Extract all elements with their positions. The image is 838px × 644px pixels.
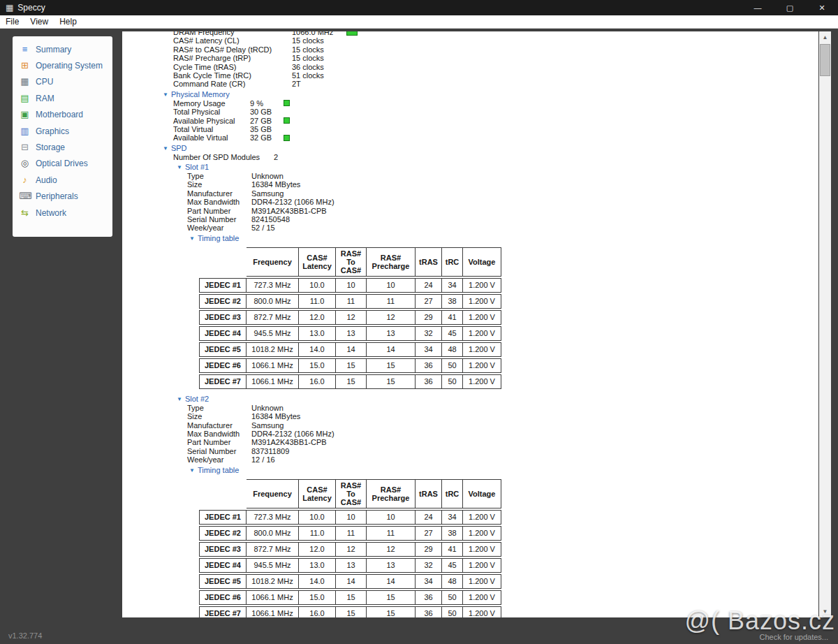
sidebar-item-ram[interactable]: ▤RAM	[13, 90, 112, 106]
column-header: Frequency	[247, 479, 299, 508]
menu-help[interactable]: Help	[54, 15, 82, 28]
info-value: 824150548	[251, 215, 290, 224]
section-header-timing-table-1[interactable]: ▼Timing table	[122, 234, 818, 243]
section-header-slot-2[interactable]: ▼Slot #2	[122, 395, 818, 404]
info-row: Serial Number824150548	[122, 215, 818, 224]
table-row: JEDEC #61066.1 MHz15.0151536501.200 V	[199, 358, 501, 373]
value-cell: 1.200 V	[463, 606, 501, 617]
value-cell: 1.200 V	[463, 278, 501, 293]
section-header-spd[interactable]: ▼SPD	[122, 144, 818, 153]
info-row: Number Of SPD Modules2	[122, 153, 818, 161]
value-cell: 45	[442, 558, 463, 573]
value-cell: 27	[416, 294, 442, 309]
info-row: Bank Cycle Time (tRC)51 clocks	[122, 71, 818, 80]
info-value: 1066.0 MHz	[292, 31, 342, 36]
scrollbar[interactable]	[819, 31, 831, 617]
info-value: 36 clocks	[292, 63, 324, 71]
info-value: 27 GB	[250, 117, 279, 125]
column-header: CAS# Latency	[299, 247, 336, 277]
menu-view[interactable]: View	[24, 15, 54, 28]
section-header-label: Timing table	[198, 466, 240, 475]
audio-icon: ♪	[19, 175, 31, 186]
timing-table-1: FrequencyCAS# LatencyRAS# To CAS#RAS# Pr…	[199, 246, 501, 390]
column-header: CAS# Latency	[299, 479, 336, 508]
sidebar-item-motherboard[interactable]: ▣Motherboard	[13, 107, 112, 123]
column-header: RAS# Precharge	[367, 479, 416, 508]
info-value: 16384 MBytes	[251, 412, 300, 420]
info-value: M391A2K43BB1-CPB	[251, 438, 327, 446]
operating-system-icon: ⊞	[19, 60, 31, 71]
row-name-cell: JEDEC #2	[199, 294, 247, 309]
column-header: Voltage	[463, 247, 501, 277]
value-cell: 34	[442, 510, 463, 525]
collapse-arrow-icon: ▼	[189, 234, 195, 243]
sidebar-item-network[interactable]: ⇆Network	[13, 205, 112, 221]
row-name-cell: JEDEC #6	[199, 358, 247, 373]
menu-file[interactable]: File	[0, 15, 24, 28]
sidebar-item-operating-system[interactable]: ⊞Operating System	[13, 57, 112, 73]
info-label: Manufacturer	[187, 421, 251, 430]
close-button[interactable]: ✕	[806, 0, 838, 15]
content-panel: DRAM Frequency1066.0 MHzCAS# Latency (CL…	[122, 31, 818, 617]
row-name-cell: JEDEC #7	[199, 606, 247, 617]
value-cell: 1.200 V	[463, 590, 501, 605]
sidebar-item-label: Summary	[36, 45, 71, 54]
value-cell: 48	[442, 342, 463, 357]
sidebar-item-cpu[interactable]: ▦CPU	[13, 74, 112, 90]
value-cell: 1.200 V	[463, 326, 501, 341]
table-row: JEDEC #71066.1 MHz16.0151536501.200 V	[199, 374, 501, 389]
value-cell: 14.0	[299, 574, 336, 589]
sidebar-item-summary[interactable]: ≡Summary	[13, 41, 112, 57]
value-cell: 32	[416, 326, 442, 341]
value-cell: 45	[442, 326, 463, 341]
info-value: 30 GB	[250, 108, 272, 116]
value-cell: 1066.1 MHz	[247, 358, 299, 373]
collapse-arrow-icon: ▼	[177, 163, 182, 172]
column-header: RAS# Precharge	[367, 247, 416, 277]
section-spd-count: Number Of SPD Modules2	[122, 153, 818, 161]
section-header-timing-table-2[interactable]: ▼Timing table	[122, 466, 818, 475]
table-row: JEDEC #51018.2 MHz14.0141434481.200 V	[199, 342, 501, 357]
info-label: Total Physical	[173, 108, 250, 116]
maximize-button[interactable]: ▢	[774, 0, 806, 15]
scrollbar-down-button[interactable]	[819, 606, 831, 617]
info-row: ManufacturerSamsung	[122, 421, 818, 430]
value-cell: 14	[336, 574, 367, 589]
value-cell: 36	[416, 358, 442, 373]
info-value: 16384 MBytes	[251, 180, 300, 189]
section-header-physical-memory[interactable]: ▼Physical Memory	[122, 90, 818, 99]
section-header-slot-1[interactable]: ▼Slot #1	[122, 163, 818, 172]
info-value: Unknown	[251, 404, 284, 412]
version-label: v1.32.774	[8, 631, 42, 640]
info-label: Week/year	[187, 455, 251, 464]
sidebar-item-audio[interactable]: ♪Audio	[13, 172, 112, 188]
section-header-label: SPD	[171, 144, 187, 153]
info-row: Week/year52 / 15	[122, 224, 818, 232]
info-row: Total Virtual35 GB	[122, 125, 818, 133]
sidebar-item-optical-drives[interactable]: ◎Optical Drives	[13, 156, 112, 172]
info-row: Week/year12 / 16	[122, 455, 818, 464]
summary-icon: ≡	[19, 44, 31, 55]
sidebar-item-peripherals[interactable]: ⌨Peripherals	[13, 189, 112, 205]
info-row: TypeUnknown	[122, 404, 818, 412]
info-value: Unknown	[251, 172, 284, 180]
sidebar-item-graphics[interactable]: ▥Graphics	[13, 123, 112, 139]
title-bar: Speccy — ▢ ✕	[0, 0, 838, 15]
value-cell: 38	[442, 294, 463, 309]
info-row: Part NumberM391A2K43BB1-CPB	[122, 207, 818, 215]
info-label: Number Of SPD Modules	[173, 153, 274, 161]
sidebar-nav: ≡Summary⊞Operating System▦CPU▤RAM▣Mother…	[13, 36, 112, 237]
check-for-updates-link[interactable]: Check for updates...	[760, 633, 828, 641]
sidebar-item-storage[interactable]: ⊟Storage	[13, 139, 112, 155]
info-label: Serial Number	[187, 215, 251, 224]
sidebar-item-label: RAM	[36, 94, 54, 103]
scrollbar-up-button[interactable]	[819, 31, 831, 43]
scrollbar-thumb[interactable]	[820, 44, 830, 76]
row-name-cell: JEDEC #5	[199, 574, 247, 589]
column-header: tRC	[442, 479, 463, 508]
minimize-button[interactable]: —	[742, 0, 774, 15]
value-cell: 15	[336, 606, 367, 617]
value-cell: 1.200 V	[463, 294, 501, 309]
info-value: 51 clocks	[292, 71, 324, 80]
value-cell: 11	[367, 294, 416, 309]
